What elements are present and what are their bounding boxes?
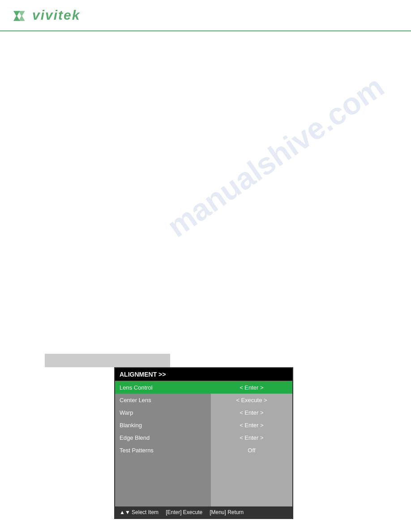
footer-enter: [Enter] Execute: [166, 509, 202, 515]
footer-menu: [Menu] Return: [210, 509, 244, 515]
svg-marker-1: [18, 11, 25, 21]
menu-footer: ▲▼ Select Item [Enter] Execute [Menu] Re…: [115, 506, 292, 518]
logo-text: vivitek: [32, 8, 80, 23]
menu-item-center-lens[interactable]: Center Lens: [115, 394, 211, 406]
menu-value-center-lens: < Execute >: [211, 394, 292, 406]
vivitek-logo-icon: [13, 7, 31, 23]
svg-marker-0: [13, 11, 20, 21]
menu-item-test-patterns[interactable]: Test Patterns: [115, 444, 211, 456]
menu-item-edge-blend[interactable]: Edge Blend: [115, 431, 211, 444]
menu-row-edge-blend[interactable]: Edge Blend < Enter >: [115, 431, 292, 444]
menu-item-blanking[interactable]: Blanking: [115, 419, 211, 431]
menu-value-edge-blend: < Enter >: [211, 431, 292, 444]
menu-body: Lens Control < Enter > Center Lens < Exe…: [115, 381, 292, 506]
menu-row-center-lens[interactable]: Center Lens < Execute >: [115, 394, 292, 406]
menu-value-warp: < Enter >: [211, 406, 292, 419]
menu-item-lens-control[interactable]: Lens Control: [115, 381, 211, 394]
menu-row-test-patterns[interactable]: Test Patterns Off: [115, 444, 292, 456]
menu-value-test-patterns: Off: [211, 444, 292, 456]
menu-item-warp[interactable]: Warp: [115, 406, 211, 419]
gray-block: [45, 354, 170, 367]
watermark: manualshive.com: [161, 69, 390, 244]
menu-row-lens-control[interactable]: Lens Control < Enter >: [115, 381, 292, 394]
menu-row-warp[interactable]: Warp < Enter >: [115, 406, 292, 419]
menu-row-blanking[interactable]: Blanking < Enter >: [115, 419, 292, 431]
menu-row-empty-3: [115, 481, 292, 494]
menu-row-empty-2: [115, 469, 292, 481]
watermark-text: manualshive.com: [161, 69, 390, 244]
menu-value-blanking: < Enter >: [211, 419, 292, 431]
logo: vivitek: [13, 7, 80, 23]
menu-value-lens-control: < Enter >: [211, 381, 292, 394]
header: vivitek: [0, 0, 411, 31]
menu-title: ALIGNMENT >>: [115, 368, 292, 381]
alignment-menu: ALIGNMENT >> Lens Control < Enter > Cent…: [114, 367, 293, 519]
footer-navigate: ▲▼ Select Item: [120, 509, 158, 515]
menu-row-empty-4: [115, 494, 292, 506]
menu-row-empty-1: [115, 456, 292, 469]
